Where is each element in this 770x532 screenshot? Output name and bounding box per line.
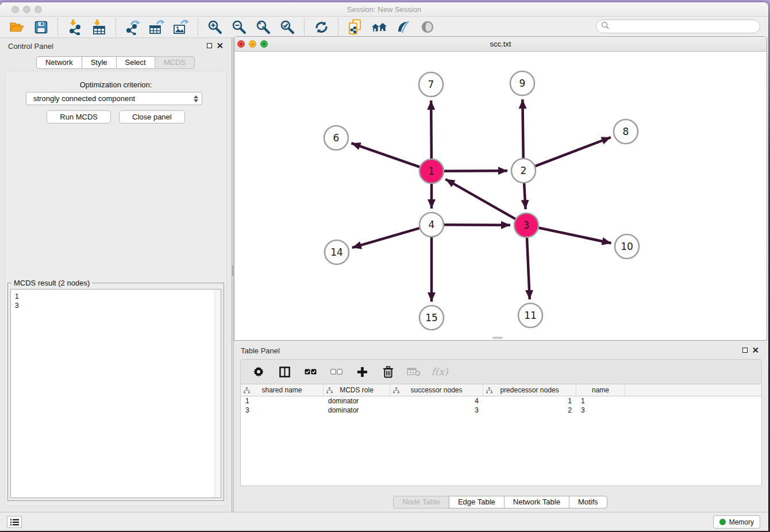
graph-edge-2-9[interactable] <box>522 99 523 158</box>
network-window-titlebar[interactable]: × − + scc.txt <box>234 37 767 52</box>
column-header-mcds-role[interactable]: MCDS role <box>324 384 390 396</box>
export-table-icon[interactable] <box>149 19 165 35</box>
optimization-criterion-select[interactable]: strongly connected component <box>26 92 202 105</box>
save-session-icon[interactable] <box>33 19 49 35</box>
search-input[interactable] <box>596 20 760 33</box>
table-row[interactable]: 3 dominator 3 2 3 <box>241 406 761 415</box>
attribute-icon <box>393 387 399 395</box>
clone-network-icon[interactable] <box>347 19 363 35</box>
mcds-panel: Optimization criterion: strongly connect… <box>5 71 227 506</box>
refresh-network-icon[interactable] <box>313 19 329 35</box>
graph-edge-1-7[interactable] <box>431 101 432 159</box>
graph-node-label: 2 <box>521 165 527 176</box>
birds-eye-view-icon[interactable] <box>419 19 436 35</box>
table-tabs: Node Table Edge Table Network Table Moti… <box>234 496 767 508</box>
column-settings-icon[interactable] <box>252 365 265 379</box>
cell-successor-nodes[interactable]: 3 <box>390 406 483 415</box>
result-scrollbar[interactable] <box>214 290 221 498</box>
graph-edge-4-14[interactable] <box>352 228 419 248</box>
table-panel-float-icon[interactable] <box>742 348 748 353</box>
mcds-result-box: MCDS result (2 nodes) 1 3 <box>7 283 224 501</box>
tab-network-table[interactable]: Network Table <box>504 496 569 508</box>
memory-button[interactable]: Memory <box>713 515 760 529</box>
graphics-details-icon[interactable] <box>395 19 411 35</box>
export-image-icon[interactable] <box>173 19 189 35</box>
network-canvas[interactable]: 1234678910111415 <box>235 52 766 340</box>
cell-mcds-role[interactable]: dominator <box>324 406 390 415</box>
graph-edge-3-10[interactable] <box>539 228 611 244</box>
graph-edge-3-1[interactable] <box>445 179 515 219</box>
mcds-result-list[interactable]: 1 3 <box>10 289 221 498</box>
control-panel-close-icon[interactable]: ⨯ <box>216 43 224 48</box>
tab-select[interactable]: Select <box>116 56 155 69</box>
graph-node-label: 9 <box>519 78 526 89</box>
graph-node-label: 7 <box>428 79 434 90</box>
tab-motifs[interactable]: Motifs <box>569 496 607 508</box>
column-header-successor-nodes[interactable]: successor nodes <box>390 384 483 396</box>
zoom-selected-icon[interactable] <box>279 19 295 35</box>
cell-shared-name[interactable]: 1 <box>241 396 324 406</box>
graph-edge-4-3[interactable] <box>444 225 510 225</box>
control-panel: Control Panel ⨯ Network Style Select MCD… <box>0 38 232 512</box>
function-builder-icon[interactable]: f(x) <box>433 365 446 379</box>
graph-node-label: 1 <box>429 165 435 177</box>
column-header-name[interactable]: name <box>576 384 625 396</box>
node-table: shared name MCDS role successor nodes pr… <box>240 384 762 486</box>
cell-predecessor-nodes[interactable]: 2 <box>483 406 576 415</box>
mcds-result-line: 3 <box>15 301 221 310</box>
column-header-predecessor-nodes[interactable]: predecessor nodes <box>483 384 576 396</box>
zoom-fit-icon[interactable] <box>255 19 271 35</box>
run-mcds-button[interactable]: Run MCDS <box>47 110 111 124</box>
dropdown-value: strongly connected component <box>33 94 194 103</box>
delete-table-icon[interactable] <box>407 365 421 379</box>
close-panel-button[interactable]: Close panel <box>119 110 185 124</box>
tab-mcds[interactable]: MCDS <box>155 56 195 69</box>
delete-rows-icon[interactable] <box>381 365 395 379</box>
graph-node-label: 10 <box>621 241 633 252</box>
pane-layout-icon[interactable] <box>278 365 291 379</box>
main-toolbar <box>0 17 768 38</box>
app-window: Session: New Session <box>0 2 768 531</box>
search-icon <box>601 21 610 32</box>
memory-status-icon <box>719 519 726 525</box>
graph-node-label: 11 <box>524 310 537 321</box>
home-view-icon[interactable] <box>371 19 387 35</box>
column-header-shared-name[interactable]: shared name <box>241 384 324 396</box>
tab-network[interactable]: Network <box>36 56 82 69</box>
cell-mcds-role[interactable]: dominator <box>324 396 390 406</box>
cell-successor-nodes[interactable]: 4 <box>390 396 483 406</box>
graph-edge-1-6[interactable] <box>351 143 419 167</box>
control-panel-float-icon[interactable] <box>207 43 212 48</box>
table-panel-close-icon[interactable]: ⨯ <box>752 347 759 352</box>
zoom-in-icon[interactable] <box>207 19 223 35</box>
select-all-rows-icon[interactable] <box>303 365 317 379</box>
control-panel-tabs: Network Style Select MCDS <box>0 56 232 69</box>
graph-node-label: 4 <box>429 219 435 230</box>
tab-style[interactable]: Style <box>82 56 117 69</box>
open-session-icon[interactable] <box>9 19 25 35</box>
cell-name[interactable]: 1 <box>576 396 625 406</box>
attribute-icon <box>486 387 492 395</box>
cell-shared-name[interactable]: 3 <box>241 406 324 415</box>
table-panel: Table Panel ⨯ f(x) <box>234 342 767 512</box>
import-network-icon[interactable] <box>67 19 83 35</box>
graph-edge-1-2[interactable] <box>444 171 507 171</box>
task-history-button[interactable] <box>7 516 22 528</box>
table-toolbar: f(x) <box>240 359 762 384</box>
tab-edge-table[interactable]: Edge Table <box>449 496 505 508</box>
add-row-icon[interactable] <box>355 365 369 379</box>
graph-edge-2-3[interactable] <box>524 183 525 209</box>
zoom-out-icon[interactable] <box>231 19 247 35</box>
graph-node-label: 14 <box>330 246 343 258</box>
export-network-icon[interactable] <box>125 19 141 35</box>
deselect-all-rows-icon[interactable] <box>329 365 343 379</box>
table-row[interactable]: 1 dominator 4 1 1 <box>241 396 761 406</box>
import-table-icon[interactable] <box>91 19 107 35</box>
graph-edge-2-8[interactable] <box>536 137 611 166</box>
mcds-result-line: 1 <box>15 292 221 301</box>
graph-edge-3-11[interactable] <box>527 238 530 299</box>
tab-node-table[interactable]: Node Table <box>393 496 449 508</box>
cell-predecessor-nodes[interactable]: 1 <box>483 396 576 406</box>
canvas-hscroll-nub[interactable] <box>492 337 503 339</box>
cell-name[interactable]: 3 <box>576 406 625 415</box>
